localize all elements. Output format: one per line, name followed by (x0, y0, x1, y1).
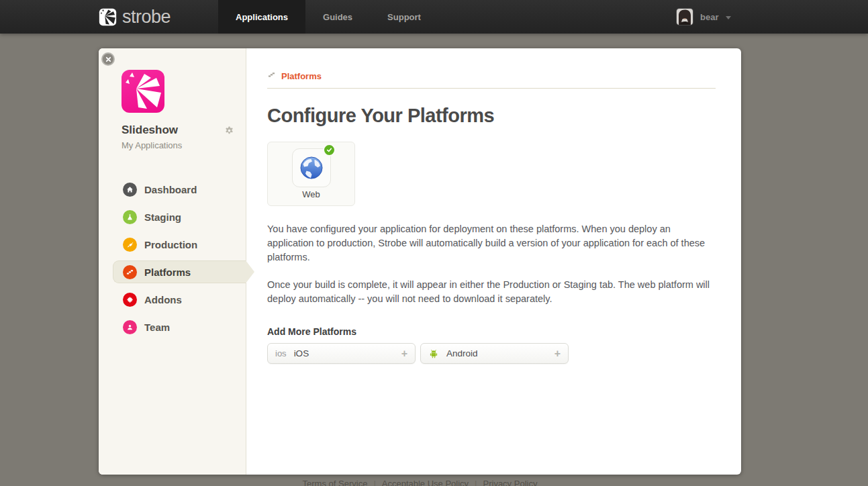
chevron-down-icon (726, 16, 731, 19)
plus-icon: + (401, 348, 407, 360)
strobe-logo[interactable]: strobe (99, 0, 171, 34)
footer-separator: | (373, 479, 375, 486)
sidebar-item-label: Production (144, 239, 197, 250)
person-icon (123, 320, 137, 334)
main-panel: Slideshow My Applications (99, 48, 741, 475)
sidebar-item-label: Platforms (144, 266, 191, 278)
app-icon (122, 70, 164, 113)
sidebar-item-addons[interactable]: Addons (99, 286, 246, 313)
stairs-icon (267, 70, 276, 82)
add-platform-buttons: ios iOS + (267, 343, 721, 364)
add-more-heading: Add More Platforms (267, 326, 721, 337)
breadcrumb: Platforms (267, 70, 721, 82)
username: bear (700, 12, 718, 22)
intro-paragraph: You have configured your application for… (267, 222, 718, 264)
plus-icon: + (554, 348, 561, 360)
add-android-button[interactable]: Android + (420, 343, 569, 364)
content-area: Platforms Configure Your Platforms (247, 48, 741, 475)
avatar (677, 9, 693, 25)
flask-icon (123, 210, 137, 224)
top-navbar: strobe Applications Guides Support bear (0, 0, 868, 34)
footer-link-terms[interactable]: Terms of Service (303, 479, 368, 486)
tab-applications[interactable]: Applications (218, 0, 305, 34)
sidebar: Slideshow My Applications (99, 48, 246, 475)
sidebar-item-label: Dashboard (144, 184, 197, 195)
page-title: Configure Your Platforms (267, 105, 721, 127)
sidebar-nav: Dashboard Staging (99, 176, 246, 341)
footer-link-acceptable-use[interactable]: Acceptable Use Policy (382, 479, 469, 486)
tab-guides[interactable]: Guides (305, 0, 370, 34)
sidebar-item-label: Staging (144, 211, 181, 223)
strobe-logo-text: strobe (122, 7, 171, 28)
build-paragraph: Once your build is complete, it will app… (267, 278, 718, 306)
sidebar-item-platforms[interactable]: Platforms (99, 258, 246, 286)
page: strobe Applications Guides Support bear (0, 0, 868, 486)
rocket-icon (123, 238, 137, 252)
footer: Terms of Service|Acceptable Use Policy|P… (99, 479, 741, 486)
web-globe-icon (292, 148, 331, 187)
configured-check-badge (323, 144, 336, 156)
close-button[interactable] (101, 52, 115, 66)
platform-label: Web (268, 189, 354, 199)
puzzle-icon (123, 293, 137, 307)
app-name: Slideshow (122, 124, 178, 137)
navbar-tabs: Applications Guides Support (218, 0, 438, 34)
gear-icon[interactable] (224, 126, 234, 136)
app-group: My Applications (122, 140, 237, 150)
ios-icon: ios (275, 348, 287, 358)
user-menu[interactable]: bear (677, 0, 731, 34)
platform-card-web[interactable]: Web (267, 142, 355, 206)
sidebar-item-team[interactable]: Team (99, 313, 246, 341)
breadcrumb-label: Platforms (281, 71, 322, 81)
divider (267, 88, 716, 89)
add-ios-button[interactable]: ios iOS + (267, 343, 416, 364)
footer-separator: | (475, 479, 477, 486)
android-icon (428, 348, 439, 359)
sidebar-item-dashboard[interactable]: Dashboard (99, 176, 246, 203)
sidebar-item-label: Addons (144, 294, 182, 305)
sidebar-item-production[interactable]: Production (99, 231, 246, 258)
house-icon (123, 183, 137, 197)
sidebar-item-staging[interactable]: Staging (99, 203, 246, 231)
footer-link-privacy[interactable]: Privacy Policy (483, 479, 538, 486)
app-header: Slideshow My Applications (122, 124, 237, 150)
stairs-icon (123, 265, 137, 279)
tab-support[interactable]: Support (370, 0, 438, 34)
strobe-burst-icon (99, 8, 117, 26)
sidebar-item-label: Team (144, 322, 170, 333)
